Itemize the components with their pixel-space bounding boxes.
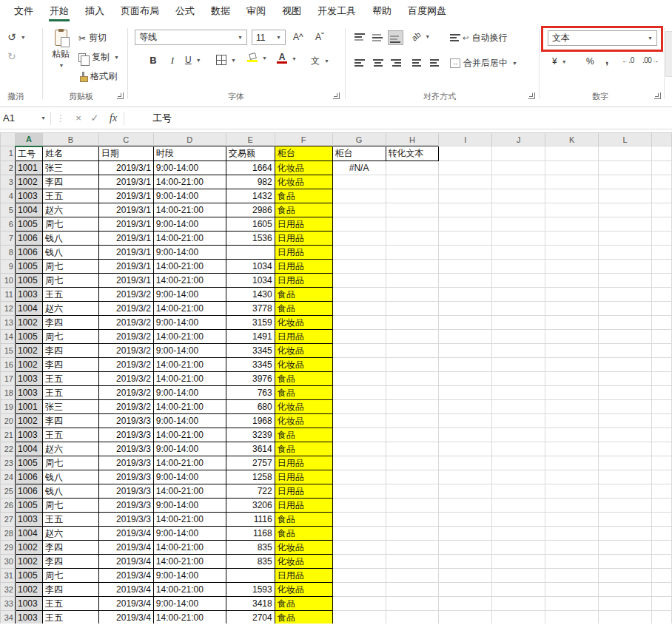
cell-M24[interactable] [651, 470, 671, 484]
cell-G28[interactable] [332, 526, 386, 540]
alignment-dialog-launcher[interactable] [528, 92, 535, 99]
cell-L34[interactable] [599, 610, 652, 624]
font-name-select[interactable]: 等线 ▼ [135, 30, 247, 45]
font-color-button[interactable]: A ▼ [277, 53, 297, 64]
cell-G15[interactable] [332, 343, 386, 357]
formula-bar-handle-icon[interactable]: ⋮ [56, 113, 65, 124]
cell-C11[interactable]: 2019/3/2 [98, 287, 153, 301]
cell-B14[interactable]: 周七 [42, 329, 98, 343]
cell-L16[interactable] [599, 357, 652, 371]
cell-K18[interactable] [545, 385, 599, 399]
cell-E17[interactable]: 3976 [226, 371, 275, 385]
cell-H32[interactable] [386, 582, 439, 596]
menu-item-审阅[interactable]: 审阅 [238, 0, 274, 22]
cell-A9[interactable]: 1005 [15, 259, 42, 273]
cell-E26[interactable]: 3206 [226, 498, 275, 512]
cell-I1[interactable] [439, 146, 492, 161]
row-header-18[interactable]: 18 [1, 385, 16, 399]
cell-H20[interactable] [386, 413, 439, 428]
cell-A22[interactable]: 1004 [15, 442, 42, 456]
cell-B13[interactable]: 李四 [42, 315, 98, 329]
cell-D23[interactable]: 14:00-21:00 [153, 456, 226, 470]
cell-D3[interactable]: 14:00-21:00 [153, 175, 226, 189]
cell-E15[interactable]: 3345 [226, 343, 275, 357]
number-dialog-launcher[interactable] [654, 92, 661, 99]
cell-K11[interactable] [545, 287, 599, 301]
cell-I4[interactable] [439, 189, 492, 203]
cell-F31[interactable]: 日用品 [275, 568, 332, 582]
cell-A26[interactable]: 1005 [15, 498, 42, 512]
cell-M11[interactable] [651, 287, 671, 301]
cell-C28[interactable]: 2019/3/4 [98, 526, 153, 540]
cell-E13[interactable]: 3159 [226, 315, 275, 329]
increase-indent-button[interactable] [426, 55, 442, 70]
cell-G21[interactable] [332, 428, 386, 442]
align-bottom-button[interactable] [388, 30, 403, 45]
cell-A27[interactable]: 1003 [15, 512, 42, 526]
cell-M29[interactable] [651, 540, 671, 554]
cell-G18[interactable] [332, 385, 386, 399]
cell-B24[interactable]: 钱八 [42, 470, 98, 484]
cell-K21[interactable] [545, 428, 599, 442]
cell-E18[interactable]: 763 [226, 385, 275, 399]
cell-M10[interactable] [651, 273, 671, 287]
cell-F6[interactable]: 日用品 [275, 217, 332, 231]
cell-K27[interactable] [545, 512, 599, 526]
cell-D29[interactable]: 14:00-21:00 [153, 540, 226, 554]
cell-L29[interactable] [599, 540, 652, 554]
cell-D31[interactable]: 9:00-14:00 [153, 568, 226, 582]
cell-D27[interactable]: 14:00-21:00 [153, 512, 226, 526]
cell-C21[interactable]: 2019/3/3 [98, 428, 153, 442]
cell-C14[interactable]: 2019/3/2 [98, 329, 153, 343]
cell-D10[interactable]: 14:00-21:00 [153, 273, 226, 287]
cell-E23[interactable]: 2757 [226, 456, 275, 470]
cell-E10[interactable]: 1034 [226, 273, 275, 287]
cell-I14[interactable] [439, 329, 492, 343]
align-top-button[interactable] [352, 30, 368, 45]
row-header-14[interactable]: 14 [1, 329, 16, 343]
align-center-button[interactable] [370, 55, 386, 70]
cell-A5[interactable]: 1004 [15, 203, 42, 217]
row-header-9[interactable]: 9 [1, 259, 16, 273]
cell-K25[interactable] [545, 484, 599, 498]
cell-J11[interactable] [492, 287, 545, 301]
cell-B6[interactable]: 周七 [42, 217, 98, 231]
cell-B1[interactable]: 姓名 [42, 146, 98, 161]
cell-J30[interactable] [492, 554, 545, 568]
cell-L8[interactable] [599, 245, 652, 259]
cell-F11[interactable]: 食品 [275, 287, 332, 301]
cell-L1[interactable] [599, 146, 652, 161]
cell-I19[interactable] [439, 399, 492, 413]
cell-M7[interactable] [651, 231, 671, 245]
cell-I2[interactable] [439, 161, 492, 175]
cell-J10[interactable] [492, 273, 545, 287]
cell-D14[interactable]: 14:00-21:00 [153, 329, 226, 343]
cell-H15[interactable] [386, 343, 439, 357]
row-header-29[interactable]: 29 [1, 540, 16, 554]
cell-D34[interactable]: 14:00-21:00 [153, 610, 226, 624]
cell-K29[interactable] [545, 540, 599, 554]
cell-K16[interactable] [545, 357, 599, 371]
cell-C32[interactable]: 2019/3/4 [98, 582, 153, 596]
cell-C9[interactable]: 2019/3/1 [98, 259, 153, 273]
cell-B4[interactable]: 王五 [42, 189, 98, 203]
cell-D13[interactable]: 9:00-14:00 [153, 315, 226, 329]
cell-K7[interactable] [545, 231, 599, 245]
row-header-19[interactable]: 19 [1, 399, 16, 413]
cell-B12[interactable]: 赵六 [42, 301, 98, 315]
cell-K26[interactable] [545, 498, 599, 512]
cell-L24[interactable] [599, 470, 652, 484]
column-header-F[interactable]: F [275, 133, 332, 146]
cell-C29[interactable]: 2019/3/4 [98, 540, 153, 554]
cell-A11[interactable]: 1003 [15, 287, 42, 301]
cell-L10[interactable] [599, 273, 652, 287]
cell-G22[interactable] [332, 442, 386, 456]
cell-E33[interactable]: 3418 [226, 596, 275, 610]
cell-H14[interactable] [386, 329, 439, 343]
cell-C10[interactable]: 2019/3/1 [98, 273, 153, 287]
cell-I34[interactable] [439, 610, 492, 624]
cell-H18[interactable] [386, 385, 439, 399]
cell-F1[interactable]: 柜台 [275, 146, 332, 161]
cell-C2[interactable]: 2019/3/1 [98, 161, 153, 175]
row-header-31[interactable]: 31 [1, 568, 16, 582]
